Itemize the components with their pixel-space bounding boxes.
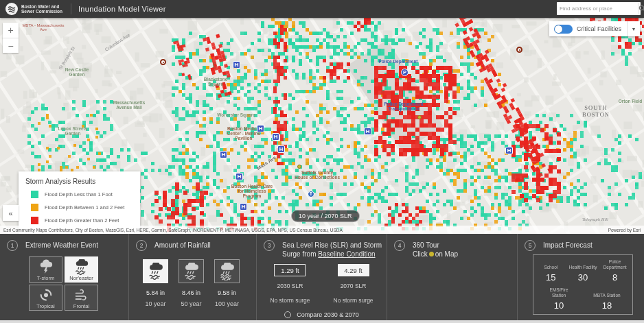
critical-facilities-toggle[interactable] bbox=[554, 25, 573, 34]
chevron-down-icon[interactable]: ▼ bbox=[627, 21, 640, 36]
powered-by-esri: Powered by Esri bbox=[608, 228, 641, 232]
critical-facilities-panel: Critical Facilities ▼ bbox=[549, 21, 640, 36]
stat-health-facility: Health Facility 30 bbox=[567, 259, 599, 283]
baseline-condition-link[interactable]: Baseline Condition bbox=[318, 250, 375, 258]
rainfall-100yr-button[interactable] bbox=[214, 259, 240, 283]
stat-mbta-station: MBTA Station 18 bbox=[591, 287, 623, 311]
critical-facilities-label: Critical Facilities bbox=[577, 25, 627, 32]
stat-school: School 15 bbox=[535, 259, 566, 283]
brand: Boston Water and Sewer Commission bbox=[0, 0, 69, 18]
section-title: Impact Forecast bbox=[543, 239, 593, 250]
slr-2030-button[interactable]: 1.29 ft bbox=[274, 264, 306, 276]
section-title: 360 Tour Clickon Map bbox=[413, 239, 458, 259]
rain-waves-icon bbox=[183, 263, 200, 280]
compare-radio[interactable] bbox=[284, 311, 291, 318]
section-rainfall: 2 Amount of Rainfall 5.84 in 10 year 8.4… bbox=[129, 234, 257, 320]
legend-swatch-lt1 bbox=[31, 191, 38, 198]
legend-swatch-gt2 bbox=[31, 217, 38, 224]
slr-2030-label: 2030 SLR bbox=[277, 283, 303, 289]
bwsc-logo-icon bbox=[5, 3, 18, 15]
search-box bbox=[557, 2, 641, 15]
noreaster-button[interactable]: Nor'easter bbox=[65, 256, 98, 283]
app-header: Boston Water and Sewer Commission Inunda… bbox=[0, 0, 644, 18]
tropical-icon bbox=[38, 287, 54, 304]
section-slr: 3 Sea Level Rise (SLR) and Storm Surge f… bbox=[257, 234, 387, 320]
zoom-in-button[interactable]: + bbox=[3, 23, 19, 38]
zoom-control: + − bbox=[3, 23, 19, 53]
section-extreme-weather: 1 Extreme Weather Event T-storm Nor'east… bbox=[0, 234, 129, 320]
step-number: 1 bbox=[7, 240, 18, 251]
tstorm-button[interactable]: T-storm bbox=[29, 256, 62, 283]
section-title: Amount of Rainfall bbox=[154, 239, 211, 250]
legend-title: Storm Analysis Results bbox=[25, 178, 133, 185]
step-number: 5 bbox=[525, 240, 536, 251]
tour-dot-icon bbox=[429, 252, 434, 256]
slr-2070-button[interactable]: 4.29 ft bbox=[338, 264, 369, 276]
impact-stats-box: School 15 Health Facility 30 Police Depa… bbox=[533, 254, 633, 315]
map[interactable]: MBTA - Massachusetts AveColumbus AveSt B… bbox=[0, 18, 644, 234]
rain-waves-icon bbox=[218, 263, 236, 280]
tropical-button[interactable]: Tropical bbox=[29, 285, 62, 311]
brand-name: Boston Water and Sewer Commission bbox=[21, 4, 62, 14]
search-input[interactable] bbox=[557, 5, 638, 12]
legend-item: Flood Depth Greater than 2 Feet bbox=[31, 217, 133, 224]
rainfall-period: 100 year bbox=[215, 300, 239, 307]
stat-police-department: Police Department 8 bbox=[599, 259, 631, 283]
rainfall-value: 5.84 in bbox=[146, 289, 165, 296]
section-360-tour: 4 360 Tour Clickon Map bbox=[387, 234, 518, 320]
section-impact-forecast: 5 Impact Forecast School 15 Health Facil… bbox=[518, 234, 644, 320]
rainfall-10yr-button[interactable] bbox=[143, 259, 168, 283]
slr-2070-label: 2070 SLR bbox=[341, 283, 367, 289]
search-icon[interactable] bbox=[638, 3, 644, 14]
legend-collapse-button[interactable]: « bbox=[3, 205, 19, 221]
bottom-edge bbox=[0, 320, 644, 323]
step-number: 4 bbox=[394, 240, 405, 251]
scenario-panel: 1 Extreme Weather Event T-storm Nor'east… bbox=[0, 234, 644, 320]
rainfall-period: 50 year bbox=[181, 300, 201, 307]
compare-label: Compare 2030 & 2070 bbox=[297, 311, 359, 318]
legend-swatch-bt12 bbox=[31, 204, 38, 211]
tstorm-icon bbox=[38, 259, 54, 276]
rainfall-value: 8.46 in bbox=[182, 289, 200, 296]
scenario-status-badge: 10 year / 2070 SLR bbox=[291, 210, 360, 222]
section-title: Sea Level Rise (SLR) and Storm Surge fro… bbox=[282, 239, 382, 259]
frontal-button[interactable]: Frontal bbox=[65, 285, 98, 311]
app-root: Boston Water and Sewer Commission Inunda… bbox=[0, 0, 644, 323]
step-number: 2 bbox=[136, 240, 147, 251]
map-attribution: Esri Community Maps Contributors, City o… bbox=[0, 226, 644, 234]
zoom-out-button[interactable]: − bbox=[3, 38, 19, 53]
legend-panel: Storm Analysis Results Flood Depth Less … bbox=[19, 171, 140, 234]
rainfall-50yr-button[interactable] bbox=[179, 259, 204, 283]
legend-item: Flood Depth Between 1 and 2 Feet bbox=[31, 204, 133, 211]
section-title: Extreme Weather Event bbox=[25, 239, 98, 250]
legend-item: Flood Depth Less than 1 Foot bbox=[31, 191, 133, 198]
rainfall-value: 9.58 in bbox=[218, 289, 236, 296]
frontal-icon bbox=[73, 287, 90, 304]
slr-2070-note: No storm surge bbox=[334, 297, 373, 304]
slr-2030-note: No storm surge bbox=[270, 297, 310, 304]
step-number: 3 bbox=[264, 240, 275, 251]
rain-waves-icon bbox=[147, 263, 165, 280]
stat-ems-fire-station: EMS/Fire Station 10 bbox=[543, 287, 575, 311]
header-divider bbox=[71, 3, 71, 14]
noreaster-icon bbox=[73, 259, 90, 276]
rainfall-period: 10 year bbox=[145, 300, 165, 307]
page-title: Inundation Model Viewer bbox=[78, 5, 166, 13]
